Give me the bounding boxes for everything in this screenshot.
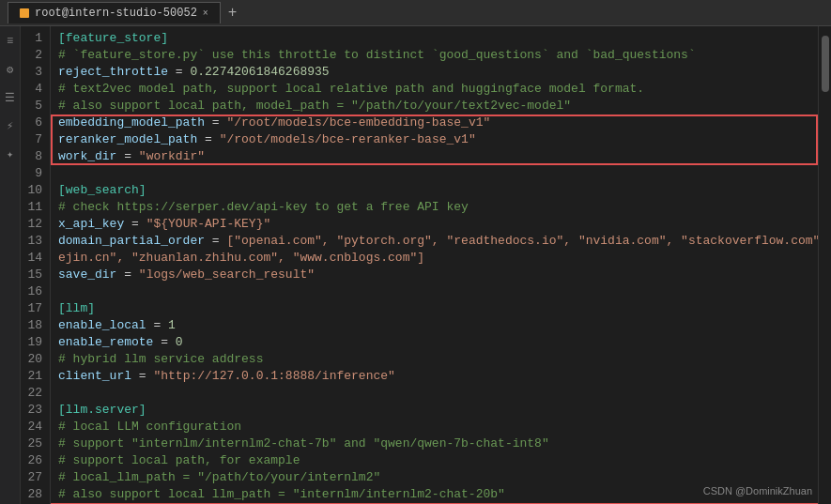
scrollbar-thumb[interactable] [822,36,829,92]
bolt-icon[interactable]: ⚡ [3,118,18,133]
code-token: # support "internlm/internlm2-chat-7b" a… [58,436,549,451]
code-token: = [197,132,219,146]
line-number: 8 [24,148,42,165]
code-line [58,283,818,300]
code-token: "http://127.0.0.1:8888/inference" [153,369,394,383]
code-token: # also support local llm_path = "internl… [58,487,505,501]
line-number: 24 [24,419,42,435]
editor-tab[interactable]: root@intern-studio-50052 × [8,2,221,23]
line-number: 7 [24,131,42,148]
line-number: 13 [24,233,42,250]
code-token: = [116,149,138,163]
code-editor[interactable]: [feature_store]# `feature_store.py` use … [51,26,818,504]
code-token: 1 [168,318,176,332]
code-token: reject_throttle [58,65,168,79]
code-token: = [124,217,146,231]
line-number: 20 [24,351,42,368]
code-line: x_api_key = "${YOUR-API-KEY}" [58,216,818,233]
lines-icon[interactable]: ☰ [3,90,18,105]
left-sidebar: ≡ ⚙ ☰ ⚡ ✦ [0,26,21,504]
line-number: 27 [24,469,42,486]
code-line: # check https://serper.dev/api-key to ge… [58,199,818,216]
code-token: enable_local [58,318,146,332]
code-token: "workdir" [139,149,205,163]
code-line: embedding_model_path = "/root/models/bce… [58,115,818,131]
code-token: # local LLM configuration [58,420,241,434]
editor-area: ≡ ⚙ ☰ ⚡ ✦ 123456789101112131415161718192… [0,26,831,504]
line-number: 21 [24,368,42,385]
code-line: reject_throttle = 0.22742061846268935 [58,64,818,81]
tab-label: root@intern-studio-50052 [35,7,197,20]
code-token: ["openai.com", "pytorch.org", "readthedo… [226,234,818,248]
code-token: reranker_model_path [58,132,197,146]
code-line: enable_local = 1 [58,317,818,334]
line-number: 19 [24,334,42,351]
code-token: # support local path, for example [58,453,300,467]
code-line: ejin.cn", "zhuanlan.zhihu.com", "www.cnb… [58,250,818,267]
code-token: "/root/models/bce-embedding-base_v1" [226,115,490,130]
code-token: = [168,65,190,79]
code-token: = [131,369,153,383]
code-line: save_dir = "logs/web_search_result" [58,267,818,283]
line-number: 14 [24,250,42,267]
code-token: save_dir [58,267,116,282]
code-token: ejin.cn", "zhuanlan.zhihu.com", "www.cnb… [58,251,424,265]
line-number: 3 [24,64,42,81]
line-number: 10 [24,182,42,199]
code-token: embedding_model_path [58,115,205,130]
code-token: # hybrid llm service address [58,352,263,366]
code-line: # hybrid llm service address [58,351,818,368]
star-icon[interactable]: ✦ [3,146,18,161]
code-line: work_dir = "workdir" [58,148,818,165]
line-number: 23 [24,402,42,419]
code-line: # support "internlm/internlm2-chat-7b" a… [58,435,818,452]
code-token: client_url [58,369,131,383]
code-token: = [205,115,226,130]
code-line: [llm] [58,300,818,317]
code-token: [web_search] [58,183,146,197]
code-token: [llm.server] [58,403,146,417]
code-line: # also support local path, model_path = … [58,98,818,115]
code-token: enable_remote [58,335,153,349]
code-token: x_api_key [58,217,124,231]
line-number: 25 [24,435,42,452]
line-number: 16 [24,283,42,300]
code-line: # local_llm_path = "/path/to/your/intern… [58,469,818,486]
code-line [58,165,818,182]
code-token: [feature_store] [58,31,168,45]
code-token: # also support local path, model_path = … [58,99,571,113]
code-token: # text2vec model path, support local rel… [58,82,644,96]
tab-bar: root@intern-studio-50052 × + [0,0,831,26]
code-token: "/root/models/bce-reranker-base_v1" [220,132,476,146]
line-number: 5 [24,98,42,115]
code-line: [web_search] [58,182,818,199]
code-line: [feature_store] [58,30,818,47]
code-line: domain_partial_order = ["openai.com", "p… [58,233,818,250]
code-line: # support local path, for example [58,452,818,469]
watermark: CSDN @DominikZhuan [703,485,812,496]
code-token: = [205,234,226,248]
line-number: 12 [24,216,42,233]
code-token: work_dir [58,149,116,163]
line-numbers: 1234567891011121314151617181920212223242… [21,26,51,504]
code-line: # `feature_store.py` use this throttle t… [58,47,818,64]
code-token: # check https://serper.dev/api-key to ge… [58,200,469,214]
code-line: client_url = "http://127.0.0.1:8888/infe… [58,368,818,385]
code-token: [llm] [58,301,95,315]
scrollbar[interactable] [818,26,831,504]
line-number: 22 [24,385,42,402]
code-token: = [116,267,138,282]
code-token: 0.22742061846268935 [190,65,329,79]
close-icon[interactable]: × [203,8,208,19]
code-token: domain_partial_order [58,234,205,248]
gear-icon[interactable]: ⚙ [3,62,18,77]
line-number: 6 [24,115,42,131]
line-number: 11 [24,199,42,216]
code-line: # text2vec model path, support local rel… [58,81,818,98]
code-token: = [153,335,175,349]
menu-icon[interactable]: ≡ [3,34,18,49]
code-token: 0 [176,335,183,349]
code-line: enable_remote = 0 [58,334,818,351]
code-line: reranker_model_path = "/root/models/bce-… [58,131,818,148]
new-tab-button[interactable]: + [221,1,245,25]
